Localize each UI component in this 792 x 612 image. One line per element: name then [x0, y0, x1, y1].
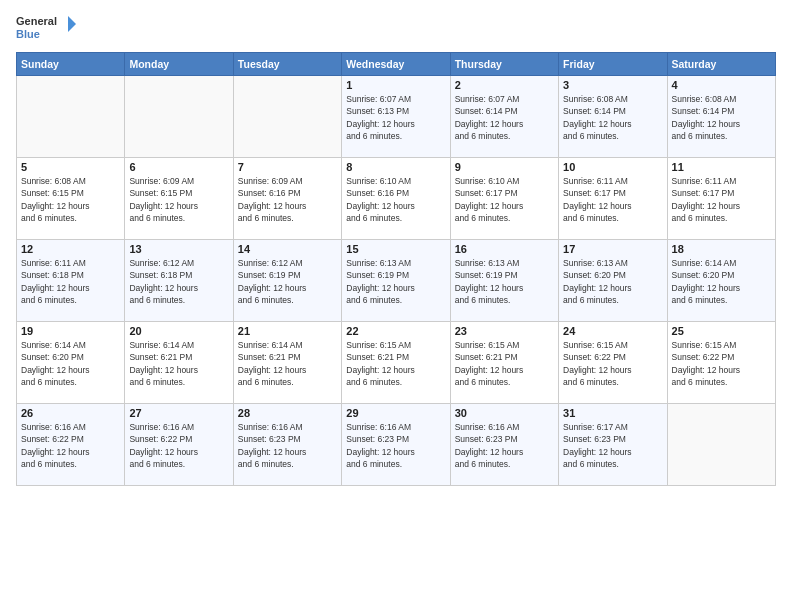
day-number: 5 — [21, 161, 120, 173]
calendar-page: General Blue SundayMondayTuesdayWednesda… — [0, 0, 792, 612]
day-number: 11 — [672, 161, 771, 173]
day-number: 26 — [21, 407, 120, 419]
day-info: Sunrise: 6:13 AMSunset: 6:19 PMDaylight:… — [346, 257, 445, 306]
day-info: Sunrise: 6:13 AMSunset: 6:19 PMDaylight:… — [455, 257, 554, 306]
day-number: 8 — [346, 161, 445, 173]
day-number: 15 — [346, 243, 445, 255]
day-info: Sunrise: 6:09 AMSunset: 6:16 PMDaylight:… — [238, 175, 337, 224]
day-info: Sunrise: 6:16 AMSunset: 6:23 PMDaylight:… — [238, 421, 337, 470]
day-info: Sunrise: 6:08 AMSunset: 6:14 PMDaylight:… — [563, 93, 662, 142]
calendar-cell: 1Sunrise: 6:07 AMSunset: 6:13 PMDaylight… — [342, 76, 450, 158]
calendar-week-row: 1Sunrise: 6:07 AMSunset: 6:13 PMDaylight… — [17, 76, 776, 158]
svg-text:Blue: Blue — [16, 28, 40, 40]
day-number: 29 — [346, 407, 445, 419]
day-info: Sunrise: 6:17 AMSunset: 6:23 PMDaylight:… — [563, 421, 662, 470]
calendar-cell: 18Sunrise: 6:14 AMSunset: 6:20 PMDayligh… — [667, 240, 775, 322]
day-info: Sunrise: 6:16 AMSunset: 6:22 PMDaylight:… — [129, 421, 228, 470]
calendar-cell: 28Sunrise: 6:16 AMSunset: 6:23 PMDayligh… — [233, 404, 341, 486]
day-number: 12 — [21, 243, 120, 255]
day-info: Sunrise: 6:16 AMSunset: 6:22 PMDaylight:… — [21, 421, 120, 470]
column-header-monday: Monday — [125, 53, 233, 76]
column-header-friday: Friday — [559, 53, 667, 76]
day-number: 19 — [21, 325, 120, 337]
day-info: Sunrise: 6:13 AMSunset: 6:20 PMDaylight:… — [563, 257, 662, 306]
day-number: 27 — [129, 407, 228, 419]
day-info: Sunrise: 6:11 AMSunset: 6:17 PMDaylight:… — [563, 175, 662, 224]
calendar-cell — [667, 404, 775, 486]
day-number: 23 — [455, 325, 554, 337]
day-number: 17 — [563, 243, 662, 255]
day-info: Sunrise: 6:07 AMSunset: 6:13 PMDaylight:… — [346, 93, 445, 142]
day-info: Sunrise: 6:08 AMSunset: 6:15 PMDaylight:… — [21, 175, 120, 224]
day-number: 24 — [563, 325, 662, 337]
calendar-cell: 14Sunrise: 6:12 AMSunset: 6:19 PMDayligh… — [233, 240, 341, 322]
day-info: Sunrise: 6:16 AMSunset: 6:23 PMDaylight:… — [455, 421, 554, 470]
day-info: Sunrise: 6:14 AMSunset: 6:21 PMDaylight:… — [238, 339, 337, 388]
day-info: Sunrise: 6:12 AMSunset: 6:19 PMDaylight:… — [238, 257, 337, 306]
column-header-saturday: Saturday — [667, 53, 775, 76]
calendar-cell: 3Sunrise: 6:08 AMSunset: 6:14 PMDaylight… — [559, 76, 667, 158]
day-number: 4 — [672, 79, 771, 91]
calendar-cell: 7Sunrise: 6:09 AMSunset: 6:16 PMDaylight… — [233, 158, 341, 240]
day-info: Sunrise: 6:14 AMSunset: 6:21 PMDaylight:… — [129, 339, 228, 388]
day-info: Sunrise: 6:08 AMSunset: 6:14 PMDaylight:… — [672, 93, 771, 142]
calendar-cell: 27Sunrise: 6:16 AMSunset: 6:22 PMDayligh… — [125, 404, 233, 486]
day-info: Sunrise: 6:07 AMSunset: 6:14 PMDaylight:… — [455, 93, 554, 142]
calendar-week-row: 26Sunrise: 6:16 AMSunset: 6:22 PMDayligh… — [17, 404, 776, 486]
day-number: 2 — [455, 79, 554, 91]
day-info: Sunrise: 6:12 AMSunset: 6:18 PMDaylight:… — [129, 257, 228, 306]
logo-svg: General Blue — [16, 12, 76, 44]
day-info: Sunrise: 6:11 AMSunset: 6:17 PMDaylight:… — [672, 175, 771, 224]
calendar-cell: 4Sunrise: 6:08 AMSunset: 6:14 PMDaylight… — [667, 76, 775, 158]
day-info: Sunrise: 6:15 AMSunset: 6:21 PMDaylight:… — [346, 339, 445, 388]
calendar-cell: 21Sunrise: 6:14 AMSunset: 6:21 PMDayligh… — [233, 322, 341, 404]
calendar-cell: 12Sunrise: 6:11 AMSunset: 6:18 PMDayligh… — [17, 240, 125, 322]
calendar-cell: 20Sunrise: 6:14 AMSunset: 6:21 PMDayligh… — [125, 322, 233, 404]
calendar-cell: 26Sunrise: 6:16 AMSunset: 6:22 PMDayligh… — [17, 404, 125, 486]
calendar-cell: 9Sunrise: 6:10 AMSunset: 6:17 PMDaylight… — [450, 158, 558, 240]
day-number: 30 — [455, 407, 554, 419]
calendar-cell: 6Sunrise: 6:09 AMSunset: 6:15 PMDaylight… — [125, 158, 233, 240]
calendar-cell: 8Sunrise: 6:10 AMSunset: 6:16 PMDaylight… — [342, 158, 450, 240]
calendar-cell — [125, 76, 233, 158]
day-info: Sunrise: 6:15 AMSunset: 6:21 PMDaylight:… — [455, 339, 554, 388]
day-number: 20 — [129, 325, 228, 337]
day-info: Sunrise: 6:10 AMSunset: 6:16 PMDaylight:… — [346, 175, 445, 224]
day-number: 6 — [129, 161, 228, 173]
svg-text:General: General — [16, 15, 57, 27]
calendar-header-row: SundayMondayTuesdayWednesdayThursdayFrid… — [17, 53, 776, 76]
day-info: Sunrise: 6:14 AMSunset: 6:20 PMDaylight:… — [672, 257, 771, 306]
calendar-cell: 5Sunrise: 6:08 AMSunset: 6:15 PMDaylight… — [17, 158, 125, 240]
day-number: 22 — [346, 325, 445, 337]
column-header-tuesday: Tuesday — [233, 53, 341, 76]
day-info: Sunrise: 6:14 AMSunset: 6:20 PMDaylight:… — [21, 339, 120, 388]
calendar-cell: 17Sunrise: 6:13 AMSunset: 6:20 PMDayligh… — [559, 240, 667, 322]
calendar-cell — [233, 76, 341, 158]
day-number: 16 — [455, 243, 554, 255]
calendar-cell: 24Sunrise: 6:15 AMSunset: 6:22 PMDayligh… — [559, 322, 667, 404]
day-info: Sunrise: 6:15 AMSunset: 6:22 PMDaylight:… — [672, 339, 771, 388]
column-header-thursday: Thursday — [450, 53, 558, 76]
calendar-table: SundayMondayTuesdayWednesdayThursdayFrid… — [16, 52, 776, 486]
calendar-cell: 11Sunrise: 6:11 AMSunset: 6:17 PMDayligh… — [667, 158, 775, 240]
calendar-cell: 10Sunrise: 6:11 AMSunset: 6:17 PMDayligh… — [559, 158, 667, 240]
logo: General Blue — [16, 12, 76, 44]
svg-marker-2 — [68, 16, 76, 32]
header: General Blue — [16, 12, 776, 44]
day-info: Sunrise: 6:15 AMSunset: 6:22 PMDaylight:… — [563, 339, 662, 388]
day-number: 13 — [129, 243, 228, 255]
day-number: 18 — [672, 243, 771, 255]
day-number: 7 — [238, 161, 337, 173]
calendar-cell: 13Sunrise: 6:12 AMSunset: 6:18 PMDayligh… — [125, 240, 233, 322]
day-number: 1 — [346, 79, 445, 91]
calendar-cell: 19Sunrise: 6:14 AMSunset: 6:20 PMDayligh… — [17, 322, 125, 404]
calendar-cell — [17, 76, 125, 158]
day-info: Sunrise: 6:16 AMSunset: 6:23 PMDaylight:… — [346, 421, 445, 470]
calendar-week-row: 5Sunrise: 6:08 AMSunset: 6:15 PMDaylight… — [17, 158, 776, 240]
calendar-cell: 22Sunrise: 6:15 AMSunset: 6:21 PMDayligh… — [342, 322, 450, 404]
day-number: 3 — [563, 79, 662, 91]
calendar-cell: 15Sunrise: 6:13 AMSunset: 6:19 PMDayligh… — [342, 240, 450, 322]
day-number: 31 — [563, 407, 662, 419]
day-number: 9 — [455, 161, 554, 173]
calendar-cell: 23Sunrise: 6:15 AMSunset: 6:21 PMDayligh… — [450, 322, 558, 404]
